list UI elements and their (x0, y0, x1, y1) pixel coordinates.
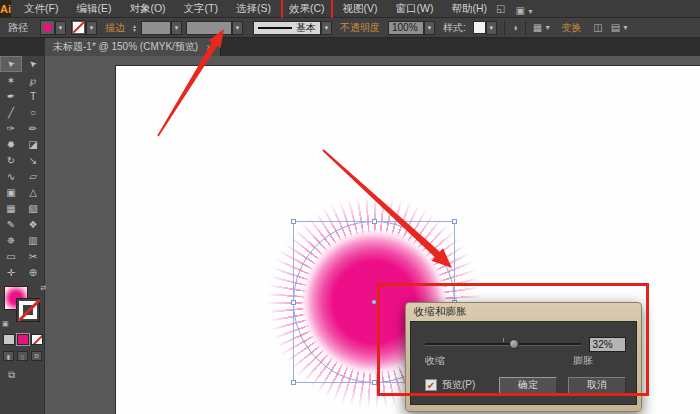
selection-handle[interactable] (291, 380, 296, 385)
tool-magic-wand[interactable]: ✶ (0, 72, 22, 88)
stroke-weight-field[interactable] (141, 21, 171, 35)
tool-pen[interactable]: ✒ (0, 88, 22, 104)
tool-type[interactable]: T (22, 88, 44, 104)
draw-inside-button[interactable]: ◘ (31, 351, 42, 361)
tool-symbol-sprayer[interactable]: ✵ (0, 232, 22, 248)
opacity-link[interactable]: 不透明度 (340, 21, 380, 35)
menu-item-5[interactable]: 选择(S) (230, 0, 277, 18)
selection-handle[interactable] (291, 300, 296, 305)
menu-item-6[interactable]: 效果(C) (283, 0, 331, 18)
stroke-proxy-swatch[interactable] (16, 298, 40, 322)
fill-color-dropdown[interactable]: ▼ (55, 21, 66, 35)
tool-artboard[interactable]: ▭ (0, 248, 22, 264)
free-transform-tool-icon: ▱ (29, 171, 37, 182)
arrange-documents-icon[interactable]: ◱ (496, 4, 505, 14)
divider (504, 21, 505, 35)
color-button[interactable] (3, 334, 15, 345)
close-tab-icon[interactable]: × (206, 42, 212, 53)
chevron-down-icon: ▼ (544, 24, 551, 31)
menu-item-7[interactable]: 视图(V) (337, 0, 384, 18)
tool-direct-selection[interactable]: ➤ (22, 56, 44, 72)
tool-eraser[interactable]: ◪ (22, 136, 44, 152)
preview-checkbox[interactable]: ✔ (425, 379, 437, 391)
gradient-button[interactable] (17, 334, 29, 345)
stroke-color-dropdown[interactable]: ▼ (86, 21, 97, 35)
fill-color-swatch[interactable] (40, 20, 55, 35)
tool-column-graph[interactable]: ▥ (22, 232, 44, 248)
tool-gradient[interactable]: ▧ (22, 200, 44, 216)
none-button[interactable] (31, 334, 43, 345)
tool-lasso[interactable]: ℘ (22, 72, 44, 88)
panel-options-icon[interactable]: ▤ (611, 23, 620, 33)
selection-handle[interactable] (452, 219, 457, 224)
menu-items: 文件(F)编辑(E)对象(O)文字(T)选择(S)效果(C)视图(V)窗口(W)… (15, 0, 496, 18)
tool-mesh[interactable]: ▦ (0, 200, 22, 216)
style-swatch[interactable] (473, 21, 486, 34)
menu-item-1[interactable]: 文件(F) (18, 0, 64, 18)
percent-value-field[interactable]: 32% (589, 337, 626, 352)
document-tab-bar: 未标题-1* @ 150% (CMYK/预览) × (0, 38, 700, 56)
tool-scale[interactable]: ↘ (22, 152, 44, 168)
tool-ellipse[interactable]: ○ (22, 104, 44, 120)
tool-zoom[interactable]: ⊕ (22, 264, 44, 280)
tool-perspective-grid[interactable]: △ (22, 184, 44, 200)
style-dropdown[interactable]: ▼ (486, 21, 497, 35)
dialog-controls: ✔ 预览(P) 确定 取消 (425, 376, 626, 394)
tool-selection[interactable]: ➤ (0, 56, 22, 72)
tool-rotate[interactable]: ↻ (0, 152, 22, 168)
ok-button[interactable]: 确定 (499, 377, 557, 394)
brush-definition-dropdown[interactable]: ▼ (321, 21, 332, 35)
document-tab[interactable]: 未标题-1* @ 150% (CMYK/预览) × (45, 38, 221, 56)
tool-blend[interactable]: ❖ (22, 216, 44, 232)
tool-paintbrush[interactable]: ✑ (0, 120, 22, 136)
artboard-tool-icon: ▭ (6, 251, 15, 262)
screen-mode-icon[interactable]: ⧉ (8, 369, 44, 381)
menu-item-8[interactable]: 窗口(W) (390, 0, 440, 18)
tools-panel: ➤➤✶℘✒T╱○✑✏✹◪↻↘∿▱▣△▦▧✎❖✵▥▭✂✛⊕ ⇄ ▣ ▮ ▯ ◘ ⧉ (0, 56, 45, 414)
stroke-weight-stepper[interactable]: ▲▼ (132, 24, 137, 32)
ellipse-tool-icon: ○ (30, 107, 36, 118)
menu-item-3[interactable]: 对象(O) (123, 0, 171, 18)
lasso-tool-icon: ℘ (30, 75, 37, 86)
workspace-switcher[interactable]: ▣▼ (516, 0, 534, 18)
document-setup-sphere-icon[interactable]: ◑ (512, 23, 518, 33)
cancel-button[interactable]: 取消 (568, 377, 626, 394)
menu-item-9[interactable]: 帮助(H) (446, 0, 494, 18)
tool-eyedropper[interactable]: ✎ (0, 216, 22, 232)
center-anchor-point (372, 300, 376, 304)
blend-tool-icon: ❖ (29, 219, 38, 230)
tool-hand[interactable]: ✛ (0, 264, 22, 280)
selection-handle[interactable] (372, 219, 377, 224)
tool-blob-brush[interactable]: ✹ (0, 136, 22, 152)
dialog-title[interactable]: 收缩和膨胀 (406, 303, 641, 320)
preferences-grid-icon[interactable]: ▦ (533, 23, 542, 33)
brush-definition-field[interactable]: 基本 (253, 21, 321, 35)
tool-line-segment[interactable]: ╱ (0, 104, 22, 120)
draw-behind-button[interactable]: ▯ (17, 351, 28, 361)
selection-handle[interactable] (291, 219, 296, 224)
stroke-weight-dropdown[interactable]: ▼ (171, 21, 182, 35)
opacity-dropdown[interactable]: ▼ (424, 21, 435, 35)
default-fill-stroke-icon[interactable]: ▣ (2, 320, 9, 328)
tool-pencil[interactable]: ✏ (22, 120, 44, 136)
pucker-bloat-slider-handle[interactable] (509, 339, 519, 349)
stroke-color-swatch[interactable] (71, 20, 86, 35)
dialog-body: 32% 收缩 膨胀 ✔ 预览(P) 确定 取消 (410, 321, 637, 405)
stroke-link[interactable]: 描边 (105, 21, 125, 35)
pucker-bloat-slider[interactable] (425, 343, 581, 346)
transform-link[interactable]: 变换 (561, 21, 581, 35)
arrange-icon[interactable]: ◫ (593, 23, 602, 33)
width-profile-dropdown[interactable]: ▼ (232, 21, 243, 35)
tool-width[interactable]: ∿ (0, 168, 22, 184)
opacity-field[interactable]: 100% (388, 21, 424, 35)
selection-handle[interactable] (372, 380, 377, 385)
direct-selection-tool-icon: ➤ (27, 58, 39, 70)
width-profile-field[interactable] (186, 21, 232, 35)
tool-shape-builder[interactable]: ▣ (0, 184, 22, 200)
draw-normal-button[interactable]: ▮ (3, 351, 14, 361)
menu-item-2[interactable]: 编辑(E) (70, 0, 117, 18)
tool-slice[interactable]: ✂ (22, 248, 44, 264)
tool-free-transform[interactable]: ▱ (22, 168, 44, 184)
swap-fill-stroke-icon[interactable]: ⇄ (40, 284, 46, 292)
menu-item-4[interactable]: 文字(T) (178, 0, 224, 18)
